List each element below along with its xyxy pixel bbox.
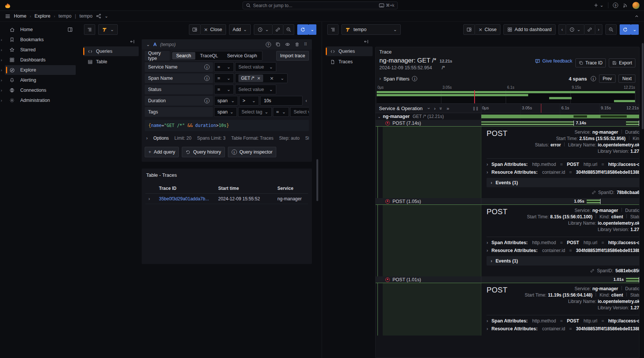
give-feedback-link[interactable]: Give feedback <box>535 58 572 64</box>
query-options-row[interactable]: › Options Limit: 20 Spans Limit: 3 Table… <box>145 136 309 141</box>
span-bar[interactable] <box>481 121 574 125</box>
sidebar-item-home[interactable]: Home <box>5 25 76 34</box>
prev-span-button[interactable]: Prev <box>599 75 616 83</box>
remove-query-icon[interactable] <box>295 42 300 47</box>
new-button[interactable]: ⌄ <box>593 3 604 8</box>
left-pane-scrollbar[interactable] <box>316 159 318 201</box>
expand-row-icon[interactable]: › <box>145 196 159 201</box>
run-query-button[interactable] <box>297 24 309 35</box>
run-query-dropdown[interactable]: ⌄ <box>631 24 639 35</box>
breadcrumb-home[interactable]: Home <box>14 13 26 19</box>
dock-menu-icon[interactable] <box>67 27 73 32</box>
time-shift-forward-button[interactable]: › <box>595 24 602 35</box>
mega-menu-icon[interactable] <box>5 13 10 19</box>
tab-traceql[interactable]: TraceQL <box>196 52 222 60</box>
close-pane-button[interactable]: ✕ Close <box>475 24 500 35</box>
chevron-left-icon[interactable]: ‹ <box>304 96 309 106</box>
remove-chip-icon[interactable]: ✕ <box>257 76 261 81</box>
query-row-header[interactable]: ⌄ A (tempo) ? ⠿ <box>142 39 312 49</box>
run-query-dropdown[interactable]: ⌄ <box>309 24 316 35</box>
span-events-section[interactable]: › Events (1) <box>487 178 639 187</box>
span-bar[interactable] <box>587 200 600 203</box>
datasource-picker[interactable]: tempo ⌄ <box>341 24 401 35</box>
share-icon[interactable] <box>96 13 101 19</box>
import-trace-button[interactable]: Import trace <box>276 51 309 61</box>
link-icon[interactable] <box>592 190 596 195</box>
attributes-row[interactable]: ›Span Attributes:http.method=POSThttp.ur… <box>487 317 639 325</box>
query-inspector-button[interactable]: iQuery inspector <box>228 147 276 157</box>
chevron-right-icon[interactable]: › <box>1 48 2 52</box>
run-query-button[interactable] <box>620 24 631 35</box>
root-span-bar[interactable] <box>481 115 639 118</box>
duration-input[interactable]: 10s <box>260 96 303 106</box>
tags-scope-select[interactable]: span⌄ <box>214 107 237 117</box>
attributes-row[interactable]: ›Resource Attributes:container.id=304fd8… <box>487 168 639 176</box>
sidebar-item-alerting[interactable]: › Alerting <box>5 75 76 85</box>
chevron-right-icon[interactable]: › <box>379 76 381 81</box>
datasource-help-icon[interactable]: ? <box>266 42 271 47</box>
service-name-operator-select[interactable]: =⌄ <box>214 62 234 72</box>
tags-key-select[interactable]: Select tag⌄ <box>238 107 272 117</box>
span-name-chip[interactable]: GET /* ✕ <box>238 75 263 82</box>
global-search[interactable]: ⌘+k <box>243 1 398 9</box>
sidebar-item-starred[interactable]: › Starred <box>5 45 76 55</box>
breadcrumb-explore[interactable]: Explore <box>34 13 50 19</box>
zoom-out-button[interactable] <box>605 24 617 35</box>
zoom-out-button[interactable] <box>283 24 294 35</box>
trace-id-button[interactable]: Trace ID <box>575 58 606 67</box>
news-icon[interactable] <box>623 3 628 8</box>
search-input[interactable] <box>253 3 377 8</box>
datasource-picker[interactable]: ⌄ <box>98 24 118 35</box>
add-button[interactable]: Add⌄ <box>229 24 251 35</box>
chevron-down-icon[interactable]: ⌄ <box>146 42 150 47</box>
expand-all-icon[interactable]: » <box>446 106 449 111</box>
add-query-button[interactable]: +Add query <box>145 147 179 157</box>
collapse-nav-icon[interactable] <box>83 37 139 46</box>
span-events-section[interactable]: › Events (1) <box>487 256 639 266</box>
chevron-right-icon[interactable]: › <box>1 78 2 82</box>
nav-item-queries[interactable]: Queries <box>83 46 139 56</box>
sidebar-item-dashboards[interactable]: › Dashboards <box>5 55 76 65</box>
trace-minimap[interactable]: 0μs 3.05s 6.1s 9.15s 12.21s <box>377 85 635 104</box>
chevron-down-icon[interactable]: ⌄ <box>377 115 381 119</box>
export-button[interactable]: Export <box>609 58 635 67</box>
tab-search[interactable]: Search <box>172 52 195 60</box>
column-resize-handle[interactable]: ❚❚ <box>472 106 479 110</box>
sidebar-item-bookmarks[interactable]: › Bookmarks <box>5 35 76 45</box>
breadcrumb-right-title[interactable]: tempo <box>79 13 93 19</box>
span-name-value-select[interactable]: GET /* ✕ ✕ ⌄ <box>235 73 288 83</box>
span-name-operator-select[interactable]: =⌄ <box>214 73 234 83</box>
chevron-right-icon[interactable]: › <box>1 37 2 42</box>
chevron-right-icon[interactable]: › <box>1 68 2 72</box>
copy-link-button[interactable] <box>273 24 283 35</box>
chevron-right-icon[interactable]: › <box>1 98 2 103</box>
trace-id-link[interactable]: 35be0f3d29a01adda7b... <box>159 196 209 201</box>
split-pane-button[interactable] <box>189 24 201 35</box>
collapse-one-icon[interactable]: › <box>427 107 431 109</box>
attributes-row[interactable]: ›Resource Attributes:container.id=304fd8… <box>487 246 639 254</box>
close-pane-button[interactable]: ✕ Close <box>201 24 226 35</box>
chevron-right-icon[interactable]: › <box>1 58 2 62</box>
drag-handle-icon[interactable]: ⠿ <box>304 42 307 47</box>
disable-query-icon[interactable] <box>285 42 290 47</box>
sidebar-item-connections[interactable]: › Connections <box>5 85 76 95</box>
collapse-up-icon[interactable] <box>634 14 639 19</box>
table-row[interactable]: › 35be0f3d29a01adda7b... 2024-12-09 15:5… <box>145 194 308 204</box>
right-pane-scrollbar[interactable] <box>642 43 644 129</box>
panel-title[interactable]: Trace <box>376 47 639 55</box>
duration-operator-select[interactable]: >⌄ <box>239 96 259 106</box>
attributes-row[interactable]: ›Span Attributes:http.method=POSThttp.ur… <box>487 160 639 168</box>
split-pane-button[interactable] <box>463 24 475 35</box>
nav-item-table[interactable]: Table <box>83 57 139 67</box>
copy-link-button[interactable] <box>584 24 595 35</box>
span-bar[interactable] <box>626 278 639 282</box>
clear-icon[interactable]: ✕ <box>270 76 274 81</box>
content-outline-button[interactable] <box>327 24 338 35</box>
sidebar-item-administration[interactable]: › Administration <box>5 95 76 105</box>
root-span-row[interactable]: ⌄ ng-manager GET /* (12.21s) <box>376 113 639 120</box>
help-icon[interactable]: ? <box>613 3 618 8</box>
span-row[interactable]: POST (1.01s) 1.01s <box>376 276 639 283</box>
time-picker-button[interactable]: ⌄ <box>254 24 273 35</box>
minimap-bars[interactable] <box>377 90 635 104</box>
service-name-value-select[interactable]: Select value⌄ <box>235 62 276 72</box>
